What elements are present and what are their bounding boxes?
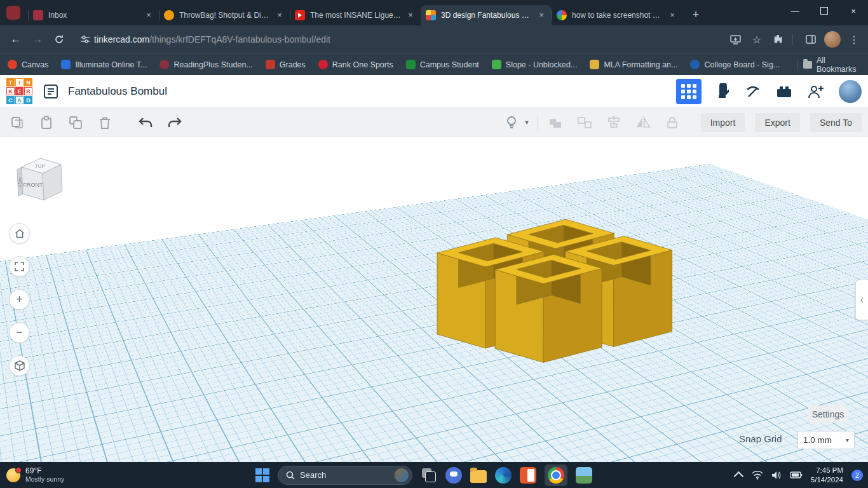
bookmark-mla[interactable]: MLA Formatting an...: [590, 60, 677, 69]
tab-close-icon[interactable]: ×: [275, 10, 285, 20]
pinned-tab[interactable]: [6, 6, 20, 20]
maximize-button[interactable]: [810, 0, 839, 22]
tab-close-icon[interactable]: ×: [667, 10, 677, 20]
blocks-grid-button[interactable]: [676, 79, 702, 104]
bookmark-slope[interactable]: Slope - Unblocked...: [492, 60, 578, 69]
lego-export-icon[interactable]: [775, 84, 793, 99]
tab-close-icon[interactable]: ×: [144, 10, 154, 20]
task-view-icon[interactable]: [421, 467, 437, 484]
site-settings-icon[interactable]: [76, 30, 94, 48]
ungroup-icon[interactable]: [574, 112, 595, 133]
zoom-in-button[interactable]: +: [9, 289, 30, 310]
close-button[interactable]: ×: [839, 0, 868, 22]
tinkercad-logo[interactable]: T I N K E R C A D: [6, 78, 32, 104]
viewcube-top-label[interactable]: TOP: [35, 163, 45, 169]
new-tab-button[interactable]: +: [688, 6, 704, 23]
user-avatar[interactable]: [839, 80, 862, 103]
snap-grid-select[interactable]: 1.0 mm ▾: [797, 431, 855, 449]
bookmark-collegeboard[interactable]: College Board - Sig...: [690, 60, 780, 69]
bookmark-label: Illuminate Online T...: [75, 60, 147, 69]
viewcube-front-label[interactable]: FRONT: [24, 182, 43, 188]
zoom-out-button[interactable]: −: [9, 322, 30, 343]
reload-button[interactable]: [50, 30, 69, 49]
bookmark-illuminate[interactable]: Illuminate Online T...: [61, 60, 147, 69]
taskbar-search[interactable]: Search: [278, 466, 412, 485]
logo-tile: D: [24, 96, 32, 104]
browser-tab-throwbag[interactable]: ThrowBag! Shotput & Discus ×: [159, 5, 290, 25]
bookmark-star-icon[interactable]: ☆: [748, 30, 766, 48]
tab-title: ThrowBag! Shotput & Discus: [179, 11, 271, 20]
group-icon[interactable]: [545, 112, 566, 133]
collaborate-icon[interactable]: [807, 83, 825, 100]
undo-icon[interactable]: [135, 112, 156, 133]
delete-icon[interactable]: [94, 112, 116, 133]
viewport-3d[interactable]: TOP FRONT LEFT: [0, 137, 868, 462]
bookmark-rankone[interactable]: Rank One Sports: [318, 60, 393, 69]
workplane-light-icon[interactable]: [501, 112, 522, 133]
duplicate-icon[interactable]: [65, 112, 86, 133]
tab-close-icon[interactable]: ×: [536, 10, 546, 20]
tab-close-icon[interactable]: ×: [405, 10, 416, 20]
wifi-icon[interactable]: [752, 471, 763, 480]
side-panel-icon[interactable]: [802, 30, 820, 48]
bookmark-canvas[interactable]: Canvas: [8, 60, 48, 69]
browser-menu-icon[interactable]: ⋮: [845, 30, 863, 48]
hidden-icons-chevron[interactable]: [733, 471, 743, 482]
tinkercad-favicon: [426, 10, 436, 20]
bookmark-campus[interactable]: Campus Student: [406, 60, 479, 69]
browser-tab-inbox[interactable]: Inbox ×: [28, 5, 159, 25]
start-button[interactable]: [255, 468, 269, 482]
perspective-toggle-button[interactable]: [9, 355, 30, 376]
send-to-button[interactable]: Send To: [810, 113, 862, 132]
export-button[interactable]: Export: [755, 113, 799, 132]
mirror-icon[interactable]: [632, 112, 654, 133]
import-button[interactable]: Import: [701, 113, 745, 132]
editor-toolbar: ▾ Import Export Send To: [0, 108, 868, 137]
folder-icon: [803, 61, 812, 69]
install-app-icon[interactable]: [726, 30, 744, 48]
chat-icon[interactable]: [445, 467, 462, 484]
minecraft-export-icon[interactable]: [745, 83, 761, 100]
forward-button[interactable]: →: [28, 30, 47, 49]
minimize-button[interactable]: —: [780, 0, 810, 22]
battery-icon[interactable]: [790, 471, 803, 478]
design-menu-icon[interactable]: [43, 83, 59, 100]
all-bookmarks-label: All Bookmarks: [817, 56, 860, 74]
view-cube[interactable]: TOP FRONT LEFT: [17, 158, 62, 200]
tabs-container: Inbox × ThrowBag! Shotput & Discus × The…: [28, 5, 682, 25]
design-title[interactable]: Fantabulous Bombul: [68, 85, 167, 98]
browser-tab-screenshot-search[interactable]: how to take screenshot on c ×: [552, 5, 682, 25]
grades-icon: [266, 60, 275, 69]
chrome-icon[interactable]: [548, 467, 564, 484]
office-icon[interactable]: [520, 467, 536, 484]
volume-icon[interactable]: [771, 471, 782, 480]
browser-tab-youtube[interactable]: The most INSANE Ligue 1 D ×: [290, 5, 421, 25]
panel-collapse-handle[interactable]: ‹: [855, 280, 868, 320]
back-button[interactable]: ←: [6, 30, 25, 49]
settings-button[interactable]: Settings: [808, 405, 848, 423]
notification-badge[interactable]: 2: [851, 470, 863, 481]
search-highlight-image: [395, 468, 409, 482]
lock-icon[interactable]: [661, 112, 683, 133]
redo-icon[interactable]: [164, 112, 186, 133]
edge-icon[interactable]: [495, 467, 512, 484]
file-explorer-icon[interactable]: [470, 470, 487, 483]
fit-view-button[interactable]: [9, 256, 30, 277]
bookmark-readingplus[interactable]: ReadingPlus Studen...: [159, 60, 252, 69]
sim-lab-icon[interactable]: [714, 83, 731, 100]
profile-avatar[interactable]: [824, 30, 841, 48]
bookmark-grades[interactable]: Grades: [266, 60, 306, 69]
align-icon[interactable]: [603, 112, 625, 133]
screenshot-preview-icon[interactable]: [576, 467, 592, 484]
taskbar-clock[interactable]: 7:45 PM 5/14/2024: [811, 466, 843, 484]
copy-icon[interactable]: [6, 112, 28, 133]
browser-tab-tinkercad-active[interactable]: 3D design Fantabulous Bom ×: [421, 5, 552, 25]
light-dropdown-caret[interactable]: ▾: [525, 118, 529, 126]
omnibox[interactable]: tinkercad.com/things/krfDEFTqA8V-fantabu…: [76, 29, 716, 50]
weather-widget[interactable]: 69°F Mostly sunny: [6, 462, 64, 488]
home-view-button[interactable]: [9, 223, 30, 244]
extensions-icon[interactable]: [770, 30, 787, 48]
design-object[interactable]: [437, 219, 672, 362]
paste-icon[interactable]: [36, 112, 57, 133]
all-bookmarks-button[interactable]: All Bookmarks: [803, 56, 860, 74]
